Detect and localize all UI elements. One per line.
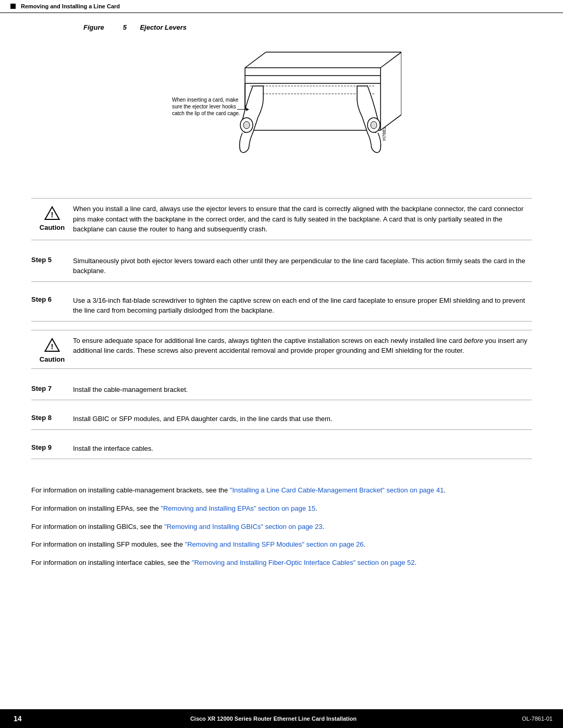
step-block-7: Step 7 Install the cable-management brac… [31, 379, 532, 401]
footer-doc-number: OL-7861-01 [522, 715, 553, 722]
ejector-levers-svg: H7881 When inserting a card, make sure t… [162, 36, 401, 182]
svg-line-3 [245, 52, 266, 68]
info-para-5-after: . [414, 559, 417, 566]
info-section: For information on installing cable-mana… [31, 480, 532, 569]
info-link-3[interactable]: "Removing and Installing GBICs" section … [164, 523, 322, 530]
svg-text:When inserting a card, make: When inserting a card, make [172, 97, 239, 103]
step-label-7: Step 7 [31, 385, 73, 392]
caution2-italic: before [464, 337, 483, 344]
footer-doc-title: Cisco XR 12000 Series Router Ethernet Li… [190, 715, 357, 722]
step-text-8: Install GBIC or SFP modules, and EPA dau… [73, 414, 532, 424]
info-para-5-before: For information on installing interface … [31, 559, 192, 566]
step-label-5: Step 5 [31, 256, 73, 264]
step-text-7: Install the cable-management bracket. [73, 385, 532, 395]
caution-label-1: ! Caution [31, 204, 73, 231]
caution-icon-2: ! [44, 337, 60, 353]
caution-icon-1: ! [44, 205, 60, 221]
info-link-5[interactable]: "Removing and Installing Fiber-Optic Int… [192, 559, 415, 566]
caution-text-1: When you install a line card, always use… [73, 204, 532, 235]
caution-block-2: ! Caution To ensure adequate space for a… [31, 330, 532, 369]
svg-text:catch the lip of the card cage: catch the lip of the card cage. [172, 110, 240, 116]
page-header: Removing and Installing a Line Card [0, 0, 563, 13]
step-label-6: Step 6 [31, 295, 73, 303]
step-block-5: Step 5 Simultaneously pivot both ejector… [31, 251, 532, 282]
svg-text:sure the ejector lever hooks: sure the ejector lever hooks [172, 104, 236, 109]
info-para-3-before: For information on installing GBICs, see… [31, 523, 164, 530]
info-para-2-before: For information on installing EPAs, see … [31, 504, 161, 512]
step-block-9: Step 9 Install the interface cables. [31, 438, 532, 460]
info-para-2-after: . [315, 504, 317, 512]
info-para-1: For information on installing cable-mana… [31, 485, 532, 496]
header-icon [10, 4, 16, 9]
step-text-5: Simultaneously pivot both ejector levers… [73, 256, 532, 276]
info-para-5: For information on installing interface … [31, 558, 532, 569]
figure-number: Figure 5 [83, 23, 140, 31]
figure-section: H7881 When inserting a card, make sure t… [31, 36, 532, 182]
step-text-6: Use a 3/16-inch flat-blade screwdriver t… [73, 295, 532, 316]
figure-diagram: H7881 When inserting a card, make sure t… [162, 36, 401, 182]
info-para-4: For information on installing SFP module… [31, 539, 532, 550]
caution-label-2: ! Caution [31, 336, 73, 363]
step-block-6: Step 6 Use a 3/16-inch flat-blade screwd… [31, 290, 532, 322]
figure-label: Figure 5 Ejector Levers [83, 23, 532, 31]
svg-point-17 [371, 121, 377, 129]
info-para-1-after: . [444, 486, 446, 494]
info-para-1-before: For information on installing cable-mana… [31, 486, 230, 494]
info-para-3: For information on installing GBICs, see… [31, 522, 532, 533]
figure-title: Ejector Levers [140, 23, 187, 31]
info-link-4[interactable]: "Removing and Installing SFP Modules" se… [185, 540, 364, 548]
info-link-2[interactable]: "Removing and Installing EPAs" section o… [161, 504, 315, 512]
info-link-1[interactable]: "Installing a Line Card Cable-Management… [230, 486, 444, 494]
info-para-4-before: For information on installing SFP module… [31, 540, 185, 548]
step-text-9: Install the interface cables. [73, 443, 532, 454]
svg-point-15 [243, 121, 250, 129]
info-para-3-after: . [322, 523, 324, 530]
step-label-9: Step 9 [31, 443, 73, 451]
svg-line-4 [381, 52, 401, 68]
main-content: Figure 5 Ejector Levers [0, 13, 563, 607]
footer-page-number: 14 [10, 713, 25, 724]
info-para-2: For information on installing EPAs, see … [31, 503, 532, 514]
header-title: Removing and Installing a Line Card [21, 3, 120, 9]
page-footer: 14 Cisco XR 12000 Series Router Ethernet… [0, 709, 563, 728]
caution-block-1: ! Caution When you install a line card, … [31, 198, 532, 240]
step-block-8: Step 8 Install GBIC or SFP modules, and … [31, 409, 532, 430]
svg-text:H7881: H7881 [382, 127, 387, 141]
caution-text-2: To ensure adequate space for additional … [73, 336, 532, 356]
info-para-4-after: . [363, 540, 365, 548]
svg-text:!: ! [51, 211, 54, 219]
svg-text:!: ! [51, 342, 54, 351]
step-label-8: Step 8 [31, 414, 73, 422]
caution2-text-before: To ensure adequate space for additional … [73, 337, 464, 344]
